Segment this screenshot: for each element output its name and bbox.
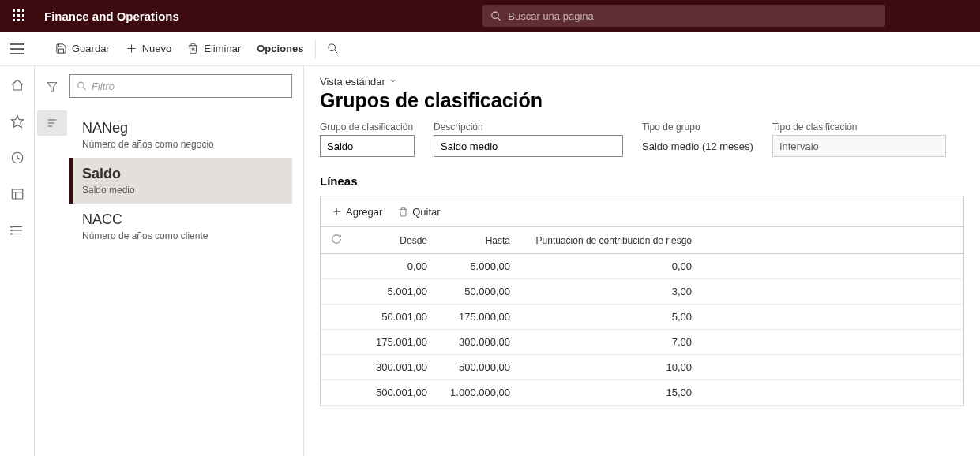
cell-from[interactable]: 0,00 [352, 254, 435, 279]
remove-line-button[interactable]: Quitar [392, 203, 446, 221]
cell-to[interactable]: 50.000,00 [435, 279, 518, 305]
row-selector[interactable] [321, 355, 352, 380]
svg-rect-20 [12, 189, 23, 199]
new-label: Nuevo [142, 43, 172, 54]
row-selector[interactable] [321, 254, 352, 279]
cell-score[interactable]: 3,00 [518, 279, 700, 305]
cell-score[interactable]: 15,00 [518, 380, 700, 406]
list-item[interactable]: SaldoSaldo medio [69, 158, 292, 204]
field-label-desc: Descripción [434, 121, 623, 133]
rail-modules-icon[interactable] [0, 219, 35, 241]
row-selector[interactable] [321, 330, 352, 355]
col-to[interactable]: Hasta [435, 227, 518, 254]
row-selector[interactable] [321, 279, 352, 305]
cell-to[interactable]: 500.000,00 [435, 355, 518, 380]
list-item[interactable]: NANegNúmero de años como negocio [69, 112, 292, 158]
classification-type-input [772, 135, 946, 157]
row-selector[interactable] [321, 305, 352, 330]
lines-section-title: Líneas [320, 174, 964, 188]
list-item[interactable]: NACCNúmero de años como cliente [69, 204, 292, 249]
filter-box[interactable] [69, 74, 292, 98]
table-row[interactable]: 5.001,0050.000,003,00 [321, 279, 963, 305]
table-row[interactable]: 0,005.000,000,00 [321, 254, 963, 279]
cell-spacer [700, 254, 963, 279]
refresh-column[interactable] [321, 227, 352, 254]
delete-button[interactable]: Eliminar [179, 32, 249, 66]
app-launcher[interactable] [0, 0, 38, 32]
cell-from[interactable]: 175.001,00 [352, 330, 435, 355]
cell-score[interactable]: 10,00 [518, 355, 700, 380]
svg-rect-1 [17, 9, 20, 12]
col-score[interactable]: Puntuación de contribución de riesgo [518, 227, 700, 254]
cell-score[interactable]: 5,00 [518, 305, 700, 330]
svg-rect-6 [13, 19, 15, 21]
svg-point-9 [492, 12, 498, 18]
field-label-class: Tipo de clasificación [772, 121, 946, 133]
cell-spacer [700, 305, 963, 330]
svg-rect-8 [22, 19, 24, 21]
col-spacer [700, 227, 963, 254]
svg-rect-0 [13, 9, 15, 12]
remove-label: Quitar [412, 206, 440, 218]
cell-spacer [700, 330, 963, 355]
list-item-subtitle: Número de años como negocio [82, 139, 283, 150]
cell-score[interactable]: 7,00 [518, 330, 700, 355]
table-row[interactable]: 175.001,00300.000,007,00 [321, 330, 963, 355]
description-input[interactable] [434, 135, 623, 157]
svg-point-33 [78, 82, 84, 88]
search-input[interactable] [508, 10, 877, 22]
list-item-title: NANeg [82, 120, 283, 136]
cell-spacer [700, 279, 963, 305]
cell-to[interactable]: 300.000,00 [435, 330, 518, 355]
field-label-group: Grupo de clasificación [320, 121, 415, 133]
table-row[interactable]: 500.001,001.000.000,0015,00 [321, 380, 963, 406]
rail-favorites-icon[interactable] [0, 110, 35, 133]
find-button[interactable] [319, 32, 347, 66]
save-button[interactable]: Guardar [47, 32, 118, 66]
group-input[interactable] [320, 135, 415, 157]
add-line-button[interactable]: Agregar [325, 203, 389, 221]
rail-workspaces-icon[interactable] [0, 183, 35, 205]
list-item-subtitle: Saldo medio [82, 185, 283, 196]
cell-from[interactable]: 50.001,00 [352, 305, 435, 330]
filter-input[interactable] [92, 80, 285, 92]
cell-from[interactable]: 500.001,00 [352, 380, 435, 406]
options-label: Opciones [257, 43, 303, 54]
svg-rect-7 [17, 19, 20, 21]
rail-recent-icon[interactable] [0, 147, 35, 169]
delete-label: Eliminar [204, 43, 241, 54]
svg-point-28 [10, 234, 12, 235]
cell-spacer [700, 355, 963, 380]
svg-marker-29 [47, 83, 57, 92]
cell-from[interactable]: 300.001,00 [352, 355, 435, 380]
separator [315, 39, 316, 58]
list-item-title: NACC [82, 211, 283, 228]
svg-rect-4 [17, 14, 20, 17]
cell-from[interactable]: 5.001,00 [352, 279, 435, 305]
cell-to[interactable]: 1.000.000,00 [435, 380, 518, 406]
global-search[interactable] [482, 5, 885, 27]
svg-marker-18 [11, 116, 23, 128]
options-button[interactable]: Opciones [249, 32, 311, 66]
filter-toggle-icon[interactable] [37, 74, 67, 99]
new-button[interactable]: Nuevo [118, 32, 180, 66]
list-view-icon[interactable] [37, 110, 67, 136]
col-from[interactable]: Desde [352, 227, 435, 254]
view-label-text: Vista estándar [320, 76, 385, 88]
group-type-value: Saldo medio (12 meses) [642, 135, 753, 157]
save-label: Guardar [72, 43, 110, 54]
list-item-subtitle: Número de años como cliente [82, 230, 283, 241]
rail-home-icon[interactable] [0, 74, 35, 96]
nav-toggle[interactable] [0, 32, 35, 66]
row-selector[interactable] [321, 380, 352, 406]
table-row[interactable]: 50.001,00175.000,005,00 [321, 305, 963, 330]
view-selector[interactable]: Vista estándar [320, 76, 964, 88]
chevron-down-icon [389, 76, 397, 88]
cell-to[interactable]: 175.000,00 [435, 305, 518, 330]
table-row[interactable]: 300.001,00500.000,0010,00 [321, 355, 963, 380]
cell-to[interactable]: 5.000,00 [435, 254, 518, 279]
svg-rect-2 [22, 9, 24, 12]
svg-line-17 [334, 50, 337, 53]
cell-score[interactable]: 0,00 [518, 254, 700, 279]
svg-rect-5 [22, 14, 24, 17]
